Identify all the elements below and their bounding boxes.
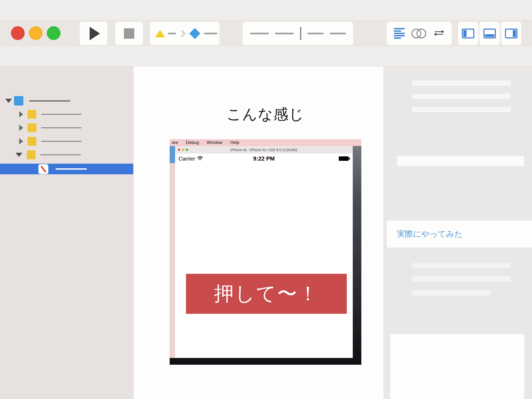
item-label-placeholder <box>40 154 81 155</box>
tree-item-group[interactable] <box>0 109 133 120</box>
simulator-window: iPhone 4s - iPhone 4s / iOS 9.0 (13A340)… <box>175 146 353 358</box>
desktop-edge <box>170 146 175 358</box>
item-label-placeholder <box>41 141 82 142</box>
disclosure-down-icon[interactable] <box>5 99 12 103</box>
menu-item: Debug <box>186 140 199 145</box>
debug-area-toggle-button[interactable] <box>480 22 500 45</box>
content-box <box>390 334 524 399</box>
simulator-window-title: iPhone 4s - iPhone 4s / iOS 9.0 (13A340) <box>175 148 353 152</box>
activity-dash <box>250 33 269 34</box>
stop-button[interactable] <box>115 22 143 45</box>
file-icon <box>38 164 48 174</box>
ios-status-bar: Carrier 9:22 PM <box>175 154 353 164</box>
folder-icon <box>28 123 36 132</box>
activity-dash <box>308 33 324 34</box>
tree-item-group[interactable] <box>0 136 133 147</box>
menu-item: Window <box>207 140 222 145</box>
folder-icon <box>27 150 36 159</box>
folder-icon <box>28 137 36 146</box>
tree-item-project-root[interactable] <box>0 95 133 107</box>
mini-close-button <box>178 149 180 151</box>
standard-editor-button[interactable] <box>394 28 405 39</box>
activity-divider <box>300 27 301 40</box>
app-button-image: 押して〜！ <box>186 274 347 314</box>
scheme-label-placeholder <box>168 33 176 34</box>
version-editor-button[interactable] <box>433 29 445 38</box>
navigator-toggle-button[interactable] <box>458 22 478 45</box>
placeholder-bar <box>412 94 511 99</box>
simulator-titlebar: iPhone 4s - iPhone 4s / iOS 9.0 (13A340) <box>175 146 353 154</box>
play-icon <box>90 27 100 40</box>
item-label-placeholder <box>29 100 70 102</box>
project-icon <box>14 96 23 105</box>
menu-item: Help <box>230 140 239 145</box>
placeholder-bar <box>412 276 511 282</box>
activity-dash <box>275 33 294 34</box>
toolbar <box>0 0 532 66</box>
activity-display <box>243 22 353 45</box>
stop-icon <box>124 28 134 39</box>
page-title: こんな感じ <box>170 104 361 124</box>
placeholder-bar <box>412 263 511 268</box>
xcode-window: こんな感じ iPhone 4s - iPhone 4s / iOS 9.0 (1… <box>0 0 532 399</box>
item-label-placeholder <box>41 114 82 115</box>
scheme-triangle-icon <box>155 30 165 37</box>
disclosure-right-icon[interactable] <box>19 138 23 144</box>
placeholder-field <box>397 156 524 166</box>
wifi-icon <box>197 156 203 162</box>
item-label-placeholder <box>56 168 87 170</box>
link-section: 実際にやってみた <box>387 221 532 248</box>
close-window-button[interactable] <box>11 26 25 40</box>
carrier-label: Carrier <box>178 156 195 162</box>
standard-editor-icon <box>394 28 405 29</box>
desktop-window-sliver <box>170 146 175 163</box>
disclosure-down-icon[interactable] <box>16 153 22 157</box>
disclosure-right-icon[interactable] <box>19 111 23 117</box>
tree-item-group[interactable] <box>0 122 133 134</box>
menu-item: are <box>172 140 178 145</box>
article-link[interactable]: 実際にやってみた <box>397 229 462 240</box>
inspector-toggle-button[interactable] <box>501 22 521 45</box>
tree-item-group-expanded[interactable] <box>0 149 133 161</box>
placeholder-bar <box>412 81 511 86</box>
assistant-editor-button[interactable] <box>411 29 427 38</box>
inspector-panel: 実際にやってみた <box>383 66 532 399</box>
scheme-selector[interactable] <box>150 22 220 45</box>
editor-area: こんな感じ iPhone 4s - iPhone 4s / iOS 9.0 (1… <box>134 66 383 399</box>
battery-icon <box>339 156 349 161</box>
editor-mode-buttons <box>387 22 452 45</box>
activity-dash <box>330 33 346 34</box>
app-screen: 押して〜！ <box>175 164 353 358</box>
debug-area-toggle-icon <box>483 29 496 38</box>
tree-item-selected-file[interactable] <box>0 164 133 174</box>
scheme-device-icon <box>189 28 200 39</box>
placeholder-bar <box>412 107 511 112</box>
destination-label-placeholder <box>204 33 217 34</box>
project-navigator <box>0 66 134 399</box>
minimize-window-button[interactable] <box>29 26 43 40</box>
folder-icon <box>28 110 36 119</box>
mini-minimize-button <box>182 149 184 151</box>
mini-zoom-button <box>186 149 188 151</box>
version-editor-icon <box>433 29 445 37</box>
item-label-placeholder <box>41 127 82 128</box>
mac-menubar: are Debug Window Help <box>170 139 361 146</box>
navigator-toggle-icon <box>462 29 474 38</box>
placeholder-bar <box>412 290 490 295</box>
zoom-window-button[interactable] <box>47 26 61 40</box>
inspector-toggle-icon <box>505 29 517 38</box>
simulator-screenshot: iPhone 4s - iPhone 4s / iOS 9.0 (13A340)… <box>170 139 361 365</box>
disclosure-right-icon[interactable] <box>19 125 23 131</box>
run-button[interactable] <box>80 22 107 45</box>
chevron-right-icon <box>178 30 186 37</box>
